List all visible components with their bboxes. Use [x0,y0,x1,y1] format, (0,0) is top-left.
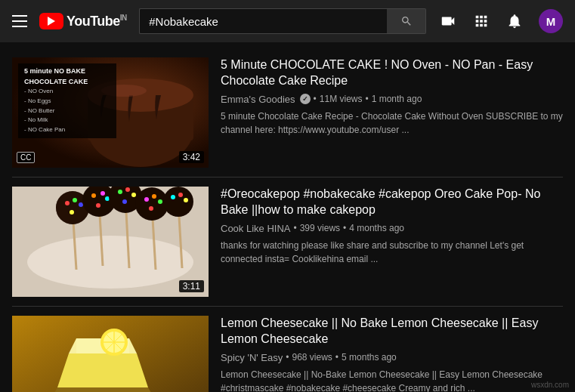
create-button[interactable] [439,12,457,30]
hamburger-menu[interactable] [12,15,27,27]
svg-point-18 [100,191,105,196]
svg-point-20 [96,203,100,208]
thumbnail-overlay-box: 5 minute NO BAKE CHOCOLATE CAKE - NO Ove… [18,63,116,138]
video-title-1[interactable]: 5 Minute CHOCOLATE CAKE ! NO Oven - NO P… [221,57,563,89]
time-ago-2: 4 months ago [349,223,404,233]
time-ago-1: 1 month ago [372,94,422,104]
video-card-3: 4:34 Lemon Cheesecake || No Bake Lemon C… [12,307,563,392]
channel-name-3[interactable]: Spicy 'N' Easy [221,352,283,363]
header: YouTubeIN M [0,0,575,42]
svg-point-31 [158,199,162,204]
video-title-3[interactable]: Lemon Cheesecake || No Bake Lemon Cheese… [221,316,563,347]
thumbnail-title: 5 minute NO BAKE CHOCOLATE CAKE [24,66,110,87]
video-title-2[interactable]: #Oreocakepop #nobakecake #cakepop Oreo C… [221,187,563,218]
svg-point-37 [184,198,188,202]
thumbnail-image-3 [12,316,209,392]
video-card-2: 3:11 #Oreocakepop #nobakecake #cakepop O… [12,177,563,307]
thumbnail-1[interactable]: 5 minute NO BAKE CHOCOLATE CAKE - NO Ove… [12,57,209,168]
header-right: M [439,9,563,33]
youtube-region: IN [120,14,127,22]
view-count-2: 399 views [300,223,340,233]
svg-point-34 [163,187,193,217]
separator-5: • [286,352,289,363]
duration-badge-1: 3:42 [179,151,204,163]
search-results: 5 minute NO BAKE CHOCOLATE CAKE - NO Ove… [0,42,575,392]
apps-icon [473,13,490,29]
notifications-button[interactable] [505,12,524,30]
svg-point-24 [125,187,130,192]
view-count-1: 11M views [320,94,363,104]
separator-4: • [343,223,346,233]
svg-point-30 [152,194,156,199]
youtube-logo[interactable]: YouTubeIN [39,13,127,29]
youtube-logo-text: YouTubeIN [66,14,127,29]
search-icon [400,15,413,27]
svg-point-23 [118,190,122,194]
video-description-2: thanks for watching please like share an… [221,239,563,266]
video-info-1: 5 Minute CHOCOLATE CAKE ! NO Oven - NO P… [221,57,563,168]
separator-3: • [293,223,296,233]
separator-1: • [314,94,317,104]
channel-name-1[interactable]: Emma's Goodies [221,94,295,105]
video-description-1: 5 minute Chocolate Cake Recipe - Chocola… [221,110,563,137]
view-count-3: 968 views [292,352,332,363]
verified-icon-1 [300,94,311,104]
separator-2: • [365,94,368,104]
play-triangle [48,17,55,26]
bell-icon [506,13,523,29]
svg-point-14 [70,210,74,215]
video-meta-3: Spicy 'N' Easy • 968 views • 5 months ag… [221,352,563,363]
avatar[interactable]: M [539,9,563,33]
thumbnail-items: - NO Oven- No Eggs- NO Butter- No Milk- … [24,87,110,135]
video-description-3: Lemon Cheesecake || No-Bake Lemon Cheese… [221,368,563,392]
video-meta-2: Cook Like HINA • 399 views • 4 months ag… [221,223,563,234]
header-left: YouTubeIN [12,13,127,29]
cc-badge-1: CC [17,152,35,163]
video-meta-1: Emma's Goodies • 11M views • 1 month ago [221,94,563,105]
svg-point-11 [65,201,70,205]
svg-point-12 [73,198,77,202]
svg-point-29 [144,197,149,202]
create-icon [440,13,456,29]
video-info-2: #Oreocakepop #nobakecake #cakepop Oreo C… [221,187,563,297]
thumbnail-3[interactable]: 4:34 [12,316,209,392]
search-button[interactable] [387,8,426,34]
search-input[interactable] [139,8,387,34]
svg-point-25 [131,193,136,197]
time-ago-3: 5 months ago [342,352,397,363]
video-card: 5 minute NO BAKE CHOCOLATE CAKE - NO Ove… [12,48,563,177]
watermark: wsxdn.com [531,381,569,389]
svg-point-35 [171,195,175,199]
svg-point-26 [122,199,127,204]
search-bar [139,8,426,34]
svg-point-32 [149,206,153,211]
svg-point-13 [79,202,83,207]
channel-name-2[interactable]: Cook Like HINA [221,223,290,234]
apps-button[interactable] [472,12,490,30]
svg-point-17 [91,193,96,198]
youtube-logo-icon [39,13,63,29]
svg-point-36 [178,193,183,197]
duration-badge-2: 3:11 [179,280,204,292]
separator-6: • [335,352,339,363]
video-info-3: Lemon Cheesecake || No Bake Lemon Cheese… [221,316,563,392]
svg-point-7 [27,236,193,289]
thumbnail-2[interactable]: 3:11 [12,187,209,297]
